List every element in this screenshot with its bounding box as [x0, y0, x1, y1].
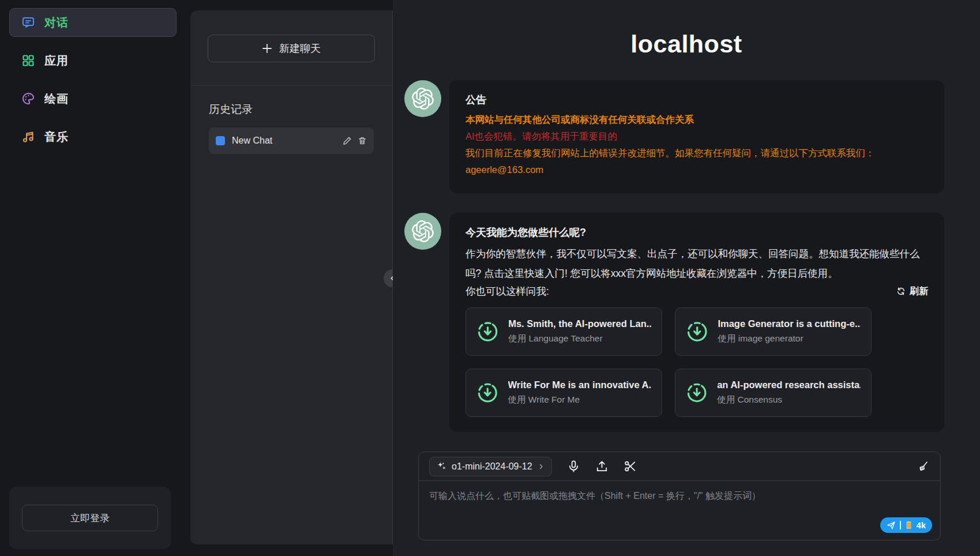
- sidebar: 对话 应用 绘画 音乐: [0, 0, 190, 556]
- sidebar-item-label: 音乐: [44, 129, 69, 145]
- sidebar-item-drawing[interactable]: 绘画: [9, 84, 177, 113]
- paper-plane-icon: [887, 521, 896, 530]
- assistant-avatar: [404, 80, 441, 117]
- announcement-line: AI也会犯错。请勿将其用于重要目的: [465, 128, 928, 145]
- clear-context-button[interactable]: [917, 460, 930, 473]
- delete-icon[interactable]: [358, 136, 367, 145]
- coin-icon: [905, 521, 913, 529]
- login-card: 立即登录: [9, 487, 171, 549]
- page-title: localhost: [393, 30, 980, 58]
- model-selector-label: o1-mini-2024-09-12: [452, 461, 532, 472]
- assistant-avatar: [404, 213, 441, 250]
- announcement-line: 我们目前正在修复我们网站上的错误并改进细节。如果您有任何疑问，请通过以下方式联系…: [465, 145, 928, 161]
- sidebar-item-label: 绘画: [44, 91, 69, 107]
- screenshot-button[interactable]: [624, 460, 637, 473]
- history-title: 历史记录: [190, 86, 392, 127]
- suggestion-card[interactable]: Write For Me is an innovative A... 使用 Wr…: [465, 369, 662, 417]
- chat-history-item[interactable]: New Chat: [209, 127, 374, 154]
- grid-icon: [21, 54, 35, 67]
- model-selector[interactable]: o1-mini-2024-09-12: [429, 457, 552, 476]
- sidebar-item-chat[interactable]: 对话: [9, 8, 177, 37]
- message-bubble: 公告 本网站与任何其他公司或商标没有任何关联或合作关系 AI也会犯错。请勿将其用…: [449, 80, 944, 193]
- token-count: 4k: [917, 521, 926, 530]
- plus-icon: [262, 43, 272, 54]
- edit-icon[interactable]: [343, 136, 352, 145]
- composer-toolbar: o1-mini-2024-09-12: [419, 452, 940, 481]
- suggestion-card[interactable]: an AI-powered research assista... 使用 Con…: [675, 369, 872, 417]
- chat-history-title: New Chat: [232, 136, 336, 146]
- palette-icon: [21, 92, 35, 106]
- broom-icon: [917, 460, 930, 473]
- refresh-label: 刷新: [910, 285, 928, 298]
- composer: o1-mini-2024-09-12 可输入说点什么，也可贴截图或: [418, 452, 941, 540]
- sidebar-item-apps[interactable]: 应用: [9, 46, 177, 75]
- badge-separator: [900, 521, 901, 529]
- composer-body: 可输入说点什么，也可贴截图或拖拽文件（Shift + Enter = 换行，"/…: [419, 481, 940, 540]
- openai-logo-icon: [412, 88, 434, 110]
- suggestion-card[interactable]: Ms. Smith, the AI-powered Lan... 使用 Lang…: [465, 307, 662, 356]
- announcement-heading: 公告: [465, 93, 928, 107]
- announcement-line: 本网站与任何其他公司或商标没有任何关联或合作关系: [465, 111, 928, 128]
- welcome-heading: 今天我能为您做些什么呢?: [465, 226, 928, 239]
- suggestion-subtitle: 使用 Consensus: [717, 394, 861, 406]
- upload-icon: [595, 460, 609, 473]
- arrow-down-circle-icon: [686, 381, 708, 404]
- new-chat-button[interactable]: 新建聊天: [208, 35, 375, 62]
- new-chat-label: 新建聊天: [279, 42, 321, 55]
- sparkles-icon: [437, 461, 446, 471]
- suggestion-title: Image Generator is a cutting-e...: [718, 318, 861, 329]
- message-list: 公告 本网站与任何其他公司或商标没有任何关联或合作关系 AI也会犯错。请勿将其用…: [393, 58, 980, 432]
- suggestion-subtitle: 使用 Language Teacher: [508, 333, 651, 345]
- sidebar-item-label: 应用: [44, 53, 69, 69]
- voice-input-button[interactable]: [567, 460, 580, 473]
- music-note-icon: [21, 130, 35, 144]
- sidebar-item-music[interactable]: 音乐: [9, 122, 177, 151]
- chat-history-actions: [343, 136, 367, 145]
- message-input[interactable]: 可输入说点什么，也可贴截图或拖拽文件（Shift + Enter = 换行，"/…: [429, 490, 930, 502]
- ask-hint-row: 你也可以这样问我: 刷新: [465, 284, 928, 298]
- sidebar-nav: 对话 应用 绘画 音乐: [0, 0, 190, 151]
- suggestion-grid: Ms. Smith, the AI-powered Lan... 使用 Lang…: [465, 307, 928, 417]
- upload-file-button[interactable]: [595, 460, 609, 473]
- chat-list-panel: 新建聊天 历史记录 New Chat: [190, 10, 392, 544]
- app-root: 对话 应用 绘画 音乐: [0, 0, 980, 556]
- arrow-down-circle-icon: [476, 320, 499, 343]
- welcome-body: 作为你的智慧伙伴，我不仅可以写文案、出点子，还可以和你聊天、回答问题。想知道我还…: [465, 244, 928, 283]
- chat-main: localhost 公告 本网站与任何其他公司或商标没有任何关联或合作关系 AI…: [393, 0, 980, 556]
- login-button[interactable]: 立即登录: [22, 505, 157, 531]
- contact-email-link[interactable]: ageerle@163.com: [465, 161, 928, 178]
- suggestion-title: Write For Me is an innovative A...: [508, 380, 651, 390]
- send-token-badge[interactable]: 4k: [880, 517, 932, 533]
- microphone-icon: [567, 460, 580, 473]
- assistant-message: 今天我能为您做些什么呢? 作为你的智慧伙伴，我不仅可以写文案、出点子，还可以和你…: [404, 213, 944, 432]
- suggestion-card[interactable]: Image Generator is a cutting-e... 使用 ima…: [675, 307, 872, 356]
- scissors-icon: [624, 460, 637, 473]
- message-bubble: 今天我能为您做些什么呢? 作为你的智慧伙伴，我不仅可以写文案、出点子，还可以和你…: [449, 213, 944, 432]
- suggestion-subtitle: 使用 image generator: [718, 333, 861, 345]
- arrow-down-circle-icon: [686, 320, 708, 343]
- chat-bubble-icon: [21, 16, 35, 29]
- ask-hint: 你也可以这样问我:: [465, 284, 549, 298]
- suggestion-title: Ms. Smith, the AI-powered Lan...: [508, 318, 651, 329]
- suggestion-subtitle: 使用 Write For Me: [508, 394, 651, 406]
- chat-color-swatch: [216, 136, 225, 145]
- refresh-suggestions-button[interactable]: 刷新: [896, 285, 928, 298]
- suggestion-title: an AI-powered research assista...: [717, 380, 861, 390]
- sidebar-item-label: 对话: [44, 15, 69, 31]
- arrow-down-circle-icon: [476, 381, 499, 404]
- openai-logo-icon: [412, 220, 434, 242]
- assistant-message: 公告 本网站与任何其他公司或商标没有任何关联或合作关系 AI也会犯错。请勿将其用…: [404, 80, 944, 193]
- chevron-right-icon: [538, 463, 545, 470]
- refresh-icon: [896, 287, 906, 296]
